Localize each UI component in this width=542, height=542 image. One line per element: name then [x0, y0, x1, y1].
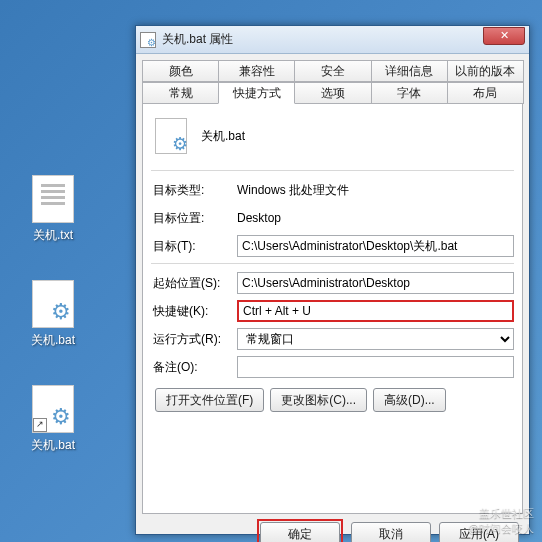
tab-options[interactable]: 选项: [294, 82, 371, 104]
watermark-line1: 盖乐世社区: [468, 506, 534, 521]
start-in-label: 起始位置(S):: [151, 275, 237, 292]
tab-container: 颜色 兼容性 安全 详细信息 以前的版本 常规 快捷方式 选项 字体 布局: [136, 54, 529, 104]
target-label: 目标(T):: [151, 238, 237, 255]
target-type-label: 目标类型:: [151, 182, 237, 199]
title-icon: [140, 32, 156, 48]
watermark: 盖乐世社区 @时间会咬人: [468, 506, 534, 536]
run-select[interactable]: 常规窗口: [237, 328, 514, 350]
tab-general[interactable]: 常规: [142, 82, 219, 104]
separator: [151, 263, 514, 264]
advanced-button[interactable]: 高级(D)...: [373, 388, 446, 412]
desktop-icon-label: 关机.bat: [18, 437, 88, 454]
properties-dialog: 关机.bat 属性 ✕ 颜色 兼容性 安全 详细信息 以前的版本 常规 快捷方式…: [135, 25, 530, 535]
tab-compat[interactable]: 兼容性: [218, 60, 295, 82]
ok-highlight: 确定: [257, 519, 343, 542]
run-label: 运行方式(R):: [151, 331, 237, 348]
desktop-icon-txt[interactable]: 关机.txt: [18, 175, 88, 244]
tab-details[interactable]: 详细信息: [371, 60, 448, 82]
window-title: 关机.bat 属性: [162, 31, 483, 48]
watermark-line2: @时间会咬人: [468, 521, 534, 536]
file-large-icon: [155, 118, 187, 154]
desktop-icon-label: 关机.bat: [18, 332, 88, 349]
change-icon-button[interactable]: 更改图标(C)...: [270, 388, 367, 412]
close-button[interactable]: ✕: [483, 27, 525, 45]
target-loc-label: 目标位置:: [151, 210, 237, 227]
file-txt-icon: [32, 175, 74, 223]
tab-shortcut[interactable]: 快捷方式: [218, 82, 295, 104]
tab-font[interactable]: 字体: [371, 82, 448, 104]
target-loc-value: Desktop: [237, 211, 514, 225]
tab-security[interactable]: 安全: [294, 60, 371, 82]
target-input[interactable]: [237, 235, 514, 257]
file-bat-shortcut-icon: [32, 385, 74, 433]
desktop-icon-bat-shortcut[interactable]: 关机.bat: [18, 385, 88, 454]
tab-layout[interactable]: 布局: [447, 82, 524, 104]
tab-panel: 关机.bat 目标类型: Windows 批处理文件 目标位置: Desktop…: [142, 104, 523, 514]
separator: [151, 170, 514, 171]
shortcut-key-label: 快捷键(K):: [151, 303, 237, 320]
comment-label: 备注(O):: [151, 359, 237, 376]
file-name: 关机.bat: [201, 128, 245, 145]
open-location-button[interactable]: 打开文件位置(F): [155, 388, 264, 412]
comment-input[interactable]: [237, 356, 514, 378]
ok-button[interactable]: 确定: [260, 522, 340, 542]
desktop-icon-bat[interactable]: 关机.bat: [18, 280, 88, 349]
tab-previous[interactable]: 以前的版本: [447, 60, 524, 82]
cancel-button[interactable]: 取消: [351, 522, 431, 542]
target-type-value: Windows 批处理文件: [237, 182, 514, 199]
file-bat-icon: [32, 280, 74, 328]
tab-color[interactable]: 颜色: [142, 60, 219, 82]
shortcut-key-input[interactable]: [237, 300, 514, 322]
start-in-input[interactable]: [237, 272, 514, 294]
titlebar[interactable]: 关机.bat 属性 ✕: [136, 26, 529, 54]
desktop-icon-label: 关机.txt: [18, 227, 88, 244]
